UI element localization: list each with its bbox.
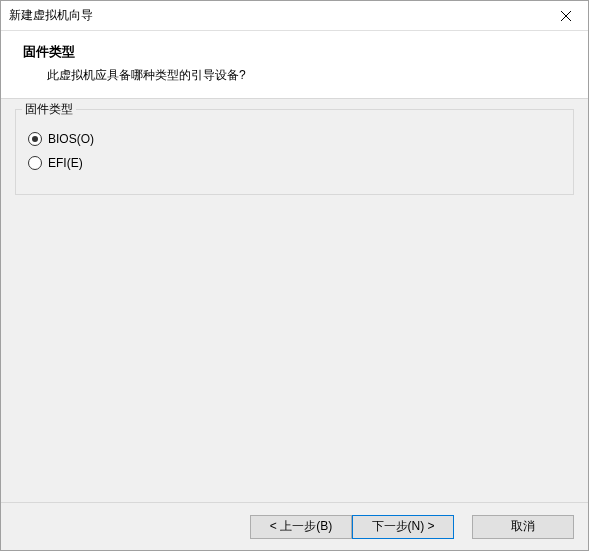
radio-label: EFI(E) — [48, 156, 83, 170]
nav-button-group: < 上一步(B) 下一步(N) > — [250, 515, 454, 539]
cancel-button[interactable]: 取消 — [472, 515, 574, 539]
back-button[interactable]: < 上一步(B) — [250, 515, 352, 539]
groupbox-title: 固件类型 — [22, 101, 76, 118]
radio-icon — [28, 156, 42, 170]
next-button[interactable]: 下一步(N) > — [352, 515, 454, 539]
titlebar: 新建虚拟机向导 — [1, 1, 588, 31]
page-title: 固件类型 — [23, 43, 578, 61]
wizard-window: 新建虚拟机向导 固件类型 此虚拟机应具备哪种类型的引导设备? 固件类型 BIOS… — [0, 0, 589, 551]
content-area: 固件类型 BIOS(O) EFI(E) — [1, 99, 588, 502]
close-icon — [561, 11, 571, 21]
window-title: 新建虚拟机向导 — [9, 7, 93, 24]
close-button[interactable] — [543, 1, 588, 30]
page-subtitle: 此虚拟机应具备哪种类型的引导设备? — [23, 67, 578, 84]
wizard-footer: < 上一步(B) 下一步(N) > 取消 — [1, 502, 588, 550]
firmware-type-group: 固件类型 BIOS(O) EFI(E) — [15, 109, 574, 195]
radio-option-efi[interactable]: EFI(E) — [28, 156, 561, 170]
radio-label: BIOS(O) — [48, 132, 94, 146]
radio-option-bios[interactable]: BIOS(O) — [28, 132, 561, 146]
radio-icon — [28, 132, 42, 146]
wizard-header: 固件类型 此虚拟机应具备哪种类型的引导设备? — [1, 31, 588, 99]
